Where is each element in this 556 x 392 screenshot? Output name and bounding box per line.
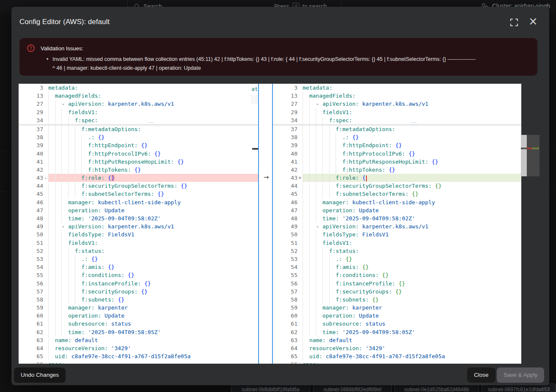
code-line[interactable]: 37 f:metadataOptions:: [19, 125, 258, 133]
code-line[interactable]: 50 fieldsType: FieldsV1: [273, 230, 521, 238]
code-original[interactable]: 37 f:metadataOptions:38 .: {}39 f:httpEn…: [19, 125, 258, 364]
code-line[interactable]: 47 operation: Update: [19, 206, 258, 214]
code-line[interactable]: 53 .: {}: [273, 255, 521, 263]
diff-modified-pane[interactable]: 3metadata:13 managedFields:27 - apiVersi…: [273, 84, 521, 364]
code-line[interactable]: 29 fieldsV1:: [19, 108, 258, 116]
line-number: 50: [273, 230, 297, 238]
save-apply-button[interactable]: Save & Apply: [497, 367, 544, 383]
code-line[interactable]: 59 manager: karpenter: [273, 304, 521, 312]
line-number: 66: [19, 360, 43, 364]
code-line[interactable]: 51 fieldsV1:: [19, 239, 258, 247]
diff-sign: [43, 84, 48, 92]
revert-change-arrow-icon[interactable]: →: [262, 173, 270, 181]
sticky-scroll-original[interactable]: 3metadata:13 managedFields:27 - apiVersi…: [19, 84, 258, 125]
code-line[interactable]: 42 f:httpTokens: {}: [19, 166, 258, 174]
code-line[interactable]: 39 f:httpEndpoint: {}: [19, 141, 258, 149]
fullscreen-icon[interactable]: [510, 19, 518, 26]
code-line[interactable]: 52 f:status:: [273, 247, 521, 255]
code-line[interactable]: 62 time: '2025-09-04T09:58:05Z': [273, 328, 521, 336]
code-line[interactable]: 38 .: {}: [273, 133, 521, 141]
code-line[interactable]: 63 name: default: [19, 336, 258, 344]
code-line[interactable]: 50 fieldsType: FieldsV1: [19, 230, 258, 238]
code-line[interactable]: 39 f:httpEndpoint: {}: [273, 141, 521, 149]
code-line[interactable]: 37 f:metadataOptions:: [273, 125, 521, 133]
code-line[interactable]: 62 time: '2025-09-04T09:58:05Z': [19, 328, 258, 336]
code-line[interactable]: 3metadata:: [19, 84, 258, 92]
code-line[interactable]: 66spec:: [273, 360, 521, 364]
code-line[interactable]: 65 uid: c8afe97e-38cc-4f91-a767-d15f2a8f…: [273, 352, 521, 360]
code-line[interactable]: 47 operation: Update: [273, 206, 521, 214]
code-line[interactable]: 54 f:amis: {}: [19, 263, 258, 271]
diff-original-pane[interactable]: 3metadata:13 managedFields:27 - apiVersi…: [19, 84, 258, 364]
overview-ruler-mark: [521, 148, 527, 149]
code-line[interactable]: 34 f:spec:: [273, 116, 521, 124]
code-line[interactable]: 65 uid: c8afe97e-38cc-4f91-a767-d15f2a8f…: [19, 352, 258, 360]
code-line[interactable]: 45 f:subnetSelectorTerms: {}: [273, 190, 521, 198]
code-line[interactable]: 54 f:amis: {}: [273, 263, 521, 271]
code-line[interactable]: 53 .: {}: [19, 255, 258, 263]
code-modified[interactable]: 37 f:metadataOptions:38 .: {}39 f:httpEn…: [273, 125, 521, 364]
code-line[interactable]: 64 resourceVersion: '3429': [19, 344, 258, 352]
fold-handle-icon[interactable]: ···: [411, 120, 417, 126]
code-line[interactable]: 58 f:subnets: {}: [19, 296, 258, 304]
code-line[interactable]: 13 managedFields:: [273, 92, 521, 100]
code-line[interactable]: 58 f:subnets: {}: [273, 296, 521, 304]
code-line[interactable]: 57 f:securityGroups: {}: [273, 288, 521, 296]
line-number: 41: [19, 158, 43, 166]
code-line[interactable]: 45 f:subnetSelectorTerms: {}: [19, 190, 258, 198]
code-line[interactable]: 38 .: {}: [19, 133, 258, 141]
close-icon[interactable]: ×: [528, 14, 539, 28]
diff-overview-ruler[interactable]: [527, 135, 539, 176]
code-line[interactable]: 52 f:status:: [19, 247, 258, 255]
diff-sign: [297, 158, 303, 166]
close-button[interactable]: Close: [467, 367, 495, 383]
code-line[interactable]: 56 f:instanceProfile: {}: [273, 280, 521, 288]
code-line[interactable]: 29 fieldsV1:: [273, 108, 521, 116]
code-line[interactable]: 46 manager: kubectl-client-side-apply: [19, 198, 258, 206]
dialog-title: Config Editor (AWS): default: [19, 18, 110, 26]
code-line[interactable]: 27 - apiVersion: karpenter.k8s.aws/v1: [273, 100, 521, 108]
code-line[interactable]: 60 operation: Update: [273, 312, 521, 320]
code-line[interactable]: 63 name: default: [273, 336, 521, 344]
code-line[interactable]: 44 f:securityGroupSelectorTerms: {}: [19, 182, 258, 190]
code-line[interactable]: 43- f:role: {}: [19, 174, 258, 182]
fold-handle-icon[interactable]: ···: [148, 120, 154, 126]
code-line[interactable]: 56 f:instanceProfile: {}: [19, 280, 258, 288]
code-line[interactable]: 41 f:httpPutResponseHopLimit: {}: [273, 158, 521, 166]
code-line[interactable]: 40 f:httpProtocolIPv6: {}: [19, 150, 258, 158]
code-line[interactable]: 48 time: '2025-09-04T09:58:02Z': [19, 214, 258, 222]
code-line[interactable]: 42 f:httpTokens: {}: [273, 166, 521, 174]
code-text: name: default: [48, 336, 258, 344]
code-line[interactable]: 34 f:spec:: [19, 116, 258, 124]
sticky-scroll-modified[interactable]: 3metadata:13 managedFields:27 - apiVersi…: [273, 84, 521, 125]
code-line[interactable]: 55 f:conditions: {}: [19, 271, 258, 279]
code-text: operation: Update: [48, 206, 258, 214]
code-line[interactable]: 49 - apiVersion: karpenter.k8s.aws/v1: [273, 222, 521, 230]
vertical-scrollbar-slider[interactable]: [521, 135, 527, 176]
code-line[interactable]: 59 manager: karpenter: [19, 304, 258, 312]
line-number: 53: [19, 255, 43, 263]
code-line[interactable]: 3metadata:: [273, 84, 521, 92]
code-text: f:subnets: {}: [303, 296, 521, 304]
code-line[interactable]: 48 time: '2025-09-04T09:58:02Z': [273, 214, 521, 222]
code-line[interactable]: 13 managedFields:: [19, 92, 258, 100]
code-line[interactable]: 57 f:securityGroups: {}: [19, 288, 258, 296]
code-line[interactable]: 60 operation: Update: [19, 312, 258, 320]
code-line[interactable]: 61 subresource: status: [273, 320, 521, 328]
code-line[interactable]: 64 resourceVersion: '3429': [273, 344, 521, 352]
line-number: 52: [273, 247, 297, 255]
code-line[interactable]: 51 fieldsV1:: [273, 239, 521, 247]
code-line[interactable]: 40 f:httpProtocolIPv6: {}: [273, 150, 521, 158]
code-line[interactable]: 43+ f:role: {: [273, 174, 521, 182]
code-line[interactable]: 61 subresource: status: [19, 320, 258, 328]
code-line[interactable]: 27 - apiVersion: karpenter.k8s.aws/v1: [19, 100, 258, 108]
code-line[interactable]: 49 - apiVersion: karpenter.k8s.aws/v1: [19, 222, 258, 230]
code-line[interactable]: 66spec:: [19, 360, 258, 364]
code-line[interactable]: 46 manager: kubectl-client-side-apply: [273, 198, 521, 206]
code-line[interactable]: 44 f:securityGroupSelectorTerms: {}: [273, 182, 521, 190]
code-line[interactable]: 41 f:httpPutResponseHopLimit: {}: [19, 158, 258, 166]
code-line[interactable]: 55 f:conditions: {}: [273, 271, 521, 279]
undo-changes-button[interactable]: Undo Changes: [14, 367, 66, 383]
diff-sign: [297, 288, 303, 296]
diff-sign: [43, 206, 48, 214]
